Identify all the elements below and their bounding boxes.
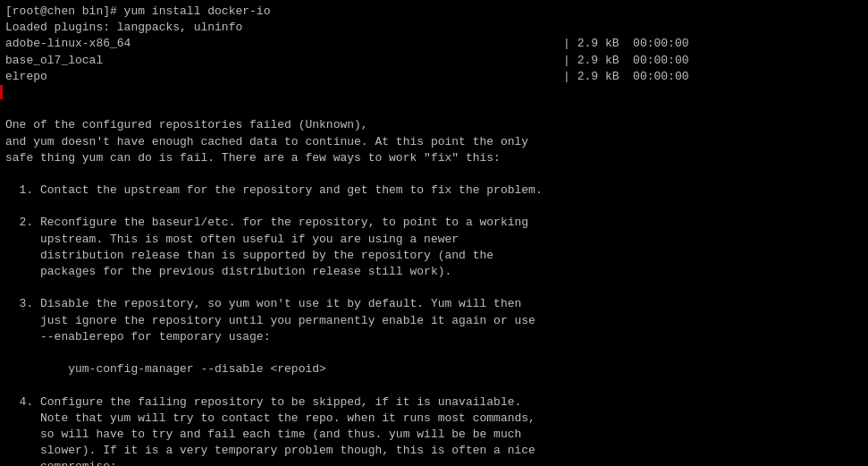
terminal-line-2: adobe-linux-x86_64 | 2.9 kB 00:00:00 — [5, 36, 863, 52]
terminal-line-5 — [5, 85, 863, 101]
terminal-line-25: Note that yum will try to contact the re… — [5, 411, 863, 427]
terminal-line-17 — [5, 280, 863, 296]
terminal-line-18: 3. Disable the repository, so yum won't … — [5, 296, 863, 312]
terminal-line-7: One of the configured repositories faile… — [5, 117, 863, 133]
terminal-line-3: base_ol7_local | 2.9 kB 00:00:00 — [5, 53, 863, 69]
terminal-line-4: elrepo | 2.9 kB 00:00:00 — [5, 69, 863, 85]
terminal-line-10 — [5, 166, 863, 182]
terminal-line-12 — [5, 199, 863, 215]
red-indicator — [0, 85, 3, 99]
terminal-line-16: packages for the previous distribution r… — [5, 264, 863, 280]
terminal-line-6 — [5, 101, 863, 117]
terminal-line-26: so will have to try and fail each time (… — [5, 427, 863, 443]
terminal-line-15: distribution release than is supported b… — [5, 248, 863, 264]
terminal-line-28: compromise: — [5, 459, 863, 466]
terminal-line-1: Loaded plugins: langpacks, ulninfo — [5, 20, 863, 36]
terminal-line-8: and yum doesn't have enough cached data … — [5, 134, 863, 150]
terminal-line-23 — [5, 377, 863, 394]
terminal-line-14: upstream. This is most often useful if y… — [5, 232, 863, 248]
terminal-line-20: --enablerepo for temporary usage: — [5, 329, 863, 345]
terminal: [root@chen bin]# yum install docker-io L… — [0, 0, 868, 466]
terminal-line-24: 4. Configure the failing repository to b… — [5, 394, 863, 411]
terminal-line-9: safe thing yum can do is fail. There are… — [5, 150, 863, 166]
terminal-line-22: yum-config-manager --disable <repoid> — [5, 361, 863, 377]
terminal-line-11: 1. Contact the upstream for the reposito… — [5, 182, 863, 199]
terminal-line-0: [root@chen bin]# yum install docker-io — [5, 4, 863, 20]
terminal-line-13: 2. Reconfigure the baseurl/etc. for the … — [5, 215, 863, 231]
terminal-line-21 — [5, 345, 863, 361]
terminal-line-27: slower). If it is a very temporary probl… — [5, 443, 863, 459]
terminal-line-19: just ignore the repository until you per… — [5, 313, 863, 329]
